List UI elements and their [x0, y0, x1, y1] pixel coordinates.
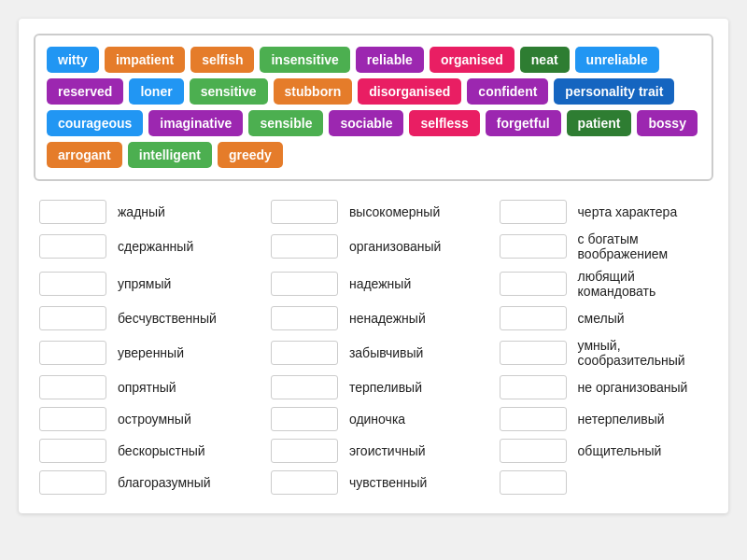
match-row: упрямыйнадежныйлюбящий командовать [34, 265, 713, 302]
answer-input-col2-row7[interactable] [271, 439, 338, 463]
spacer [249, 403, 265, 435]
answer-box-col3-row4 [494, 334, 572, 371]
ru-text-col3-row3: смелый [572, 302, 713, 334]
ru-text-col2-row5: терпеливый [344, 371, 478, 403]
match-row: жадныйвысокомерныйчерта характера [34, 196, 713, 228]
match-row: бескорыстныйэгоистичныйобщительный [34, 435, 713, 467]
main-container: wittyimpatientselfishinsensitivereliable… [19, 19, 728, 513]
answer-box-col2-row2 [265, 265, 344, 302]
answer-input-col1-row4[interactable] [39, 341, 106, 365]
ru-text-col2-row4: забывчивый [344, 334, 478, 371]
word-chip-neat[interactable]: neat [520, 47, 570, 73]
answer-input-col2-row4[interactable] [271, 341, 338, 365]
ru-text-col2-row6: одиночка [344, 403, 478, 435]
word-chip-reserved[interactable]: reserved [47, 78, 123, 105]
answer-box-col3-row5 [494, 371, 572, 403]
word-chip-forgetful[interactable]: forgetful [486, 110, 561, 136]
answer-input-col2-row6[interactable] [271, 407, 338, 431]
answer-box-col1-row7 [34, 435, 112, 467]
answer-input-col3-row5[interactable] [500, 375, 567, 399]
ru-text-col3-row0: черта характера [572, 196, 713, 228]
answer-input-col2-row3[interactable] [271, 306, 338, 330]
answer-box-col3-row8 [494, 467, 572, 498]
spacer [249, 435, 265, 467]
spacer [478, 371, 494, 403]
word-chip-imaginative[interactable]: imaginative [148, 110, 243, 136]
word-chip-witty[interactable]: witty [47, 47, 99, 73]
word-chip-disorganised[interactable]: disorganised [358, 78, 461, 105]
spacer [249, 334, 265, 371]
ru-text-col1-row7: бескорыстный [112, 435, 249, 467]
word-bank: wittyimpatientselfishinsensitivereliable… [34, 34, 713, 181]
answer-input-col2-row1[interactable] [271, 234, 338, 259]
word-chip-unreliable[interactable]: unreliable [575, 47, 659, 73]
word-chip-reliable[interactable]: reliable [356, 47, 424, 73]
answer-box-col2-row1 [265, 228, 344, 265]
answer-input-col2-row5[interactable] [271, 375, 338, 399]
answer-input-col2-row2[interactable] [271, 272, 338, 296]
spacer [478, 403, 494, 435]
ru-text-col1-row3: бесчувственный [112, 302, 249, 334]
answer-input-col3-row7[interactable] [500, 439, 567, 463]
ru-text-col2-row0: высокомерный [344, 196, 478, 228]
answer-input-col3-row0[interactable] [500, 200, 567, 224]
word-chip-greedy[interactable]: greedy [218, 142, 283, 168]
ru-text-col3-row1: с богатым воображением [572, 228, 713, 265]
answer-input-col2-row0[interactable] [271, 200, 338, 224]
spacer [478, 435, 494, 467]
word-chip-sociable[interactable]: sociable [329, 110, 403, 136]
answer-box-col1-row5 [34, 371, 112, 403]
word-chip-arrogant[interactable]: arrogant [47, 142, 122, 168]
answer-input-col1-row1[interactable] [39, 234, 106, 259]
answer-box-col1-row3 [34, 302, 112, 334]
word-chip-sensitive[interactable]: sensitive [190, 78, 268, 105]
word-chip-organised[interactable]: organised [430, 47, 514, 73]
spacer [249, 302, 265, 334]
word-chip-impatient[interactable]: impatient [105, 47, 185, 73]
answer-input-col1-row7[interactable] [39, 439, 106, 463]
word-chip-insensitive[interactable]: insensitive [260, 47, 349, 73]
match-row: остроумныйодиночканетерпеливый [34, 403, 713, 435]
answer-input-col3-row3[interactable] [500, 306, 567, 330]
spacer [478, 228, 494, 265]
ru-text-col1-row4: уверенный [112, 334, 249, 371]
word-chip-sensible[interactable]: sensible [248, 110, 323, 136]
answer-input-col3-row6[interactable] [500, 407, 567, 431]
answer-box-col1-row4 [34, 334, 112, 371]
answer-input-col3-row4[interactable] [500, 341, 567, 365]
spacer [478, 265, 494, 302]
word-chip-confident[interactable]: confident [467, 78, 548, 105]
word-chip-stubborn[interactable]: stubborn [274, 78, 353, 105]
word-chip-personality-trait[interactable]: personality trait [554, 78, 674, 105]
answer-input-col2-row8[interactable] [271, 470, 338, 495]
ru-text-col2-row2: надежный [344, 265, 478, 302]
word-chip-loner[interactable]: loner [129, 78, 183, 105]
word-chip-selfish[interactable]: selfish [190, 47, 254, 73]
answer-input-col1-row2[interactable] [39, 272, 106, 296]
ru-text-col2-row7: эгоистичный [344, 435, 478, 467]
answer-box-col2-row0 [265, 196, 344, 228]
ru-text-col1-row6: остроумный [112, 403, 249, 435]
answer-input-col1-row6[interactable] [39, 407, 106, 431]
answer-box-col3-row2 [494, 265, 572, 302]
answer-box-col2-row5 [265, 371, 344, 403]
ru-text-col2-row1: организованый [344, 228, 478, 265]
answer-input-col3-row2[interactable] [500, 272, 567, 296]
answer-input-col3-row8[interactable] [500, 470, 567, 495]
word-chip-courageous[interactable]: courageous [47, 110, 143, 136]
answer-box-col1-row2 [34, 265, 112, 302]
answer-input-col1-row5[interactable] [39, 375, 106, 399]
ru-text-col3-row2: любящий командовать [572, 265, 713, 302]
answer-box-col1-row6 [34, 403, 112, 435]
answer-input-col1-row3[interactable] [39, 306, 106, 330]
word-chip-selfless[interactable]: selfless [409, 110, 479, 136]
word-chip-patient[interactable]: patient [567, 110, 632, 136]
answer-input-col3-row1[interactable] [500, 234, 567, 259]
answer-input-col1-row0[interactable] [39, 200, 106, 224]
word-chip-intelligent[interactable]: intelligent [128, 142, 212, 168]
word-chip-bossy[interactable]: bossy [637, 110, 697, 136]
spacer [249, 228, 265, 265]
spacer [249, 196, 265, 228]
answer-box-col1-row8 [34, 467, 112, 498]
answer-input-col1-row8[interactable] [39, 470, 106, 495]
